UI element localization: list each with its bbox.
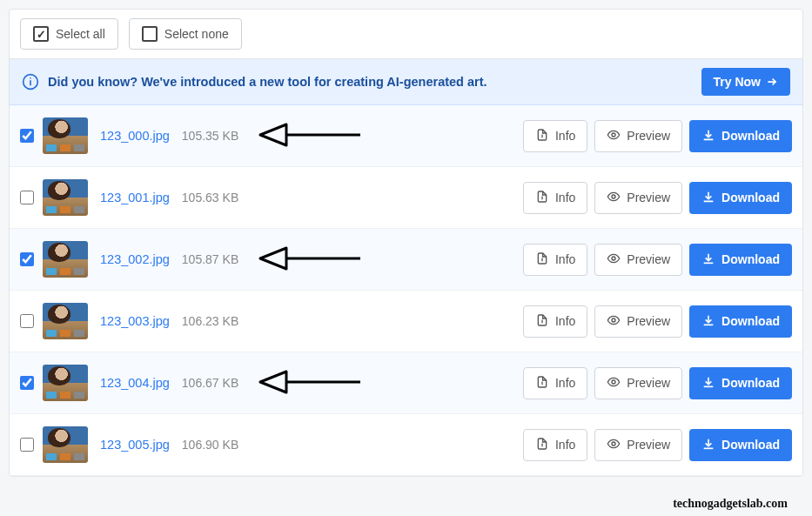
download-icon bbox=[701, 437, 715, 453]
file-info-icon bbox=[535, 437, 549, 453]
download-label: Download bbox=[721, 376, 780, 390]
annotation-arrow-icon bbox=[256, 245, 369, 274]
info-label: Info bbox=[555, 252, 575, 266]
announcement-banner: Did you know? We've introduced a new too… bbox=[10, 59, 802, 105]
file-row: 123_001.jpg105.63 KBInfoPreviewDownload bbox=[10, 167, 802, 229]
file-thumbnail[interactable] bbox=[43, 365, 88, 401]
eye-icon bbox=[607, 251, 621, 268]
file-thumbnail[interactable] bbox=[43, 117, 88, 154]
file-thumbnail[interactable] bbox=[43, 241, 88, 278]
svg-point-13 bbox=[612, 195, 615, 198]
try-now-button[interactable]: Try Now bbox=[701, 68, 790, 96]
download-icon bbox=[701, 190, 715, 206]
info-button[interactable]: Info bbox=[523, 182, 587, 214]
info-button[interactable]: Info bbox=[523, 367, 587, 399]
download-label: Download bbox=[721, 252, 780, 266]
preview-button[interactable]: Preview bbox=[594, 305, 682, 338]
file-info-icon bbox=[535, 251, 549, 268]
preview-label: Preview bbox=[627, 438, 670, 452]
annotation-arrow-icon bbox=[256, 122, 369, 151]
info-button[interactable]: Info bbox=[523, 244, 587, 276]
select-all-button[interactable]: Select all bbox=[20, 18, 118, 50]
preview-button[interactable]: Preview bbox=[594, 367, 682, 399]
banner-text: Did you know? We've introduced a new too… bbox=[48, 75, 701, 89]
file-name-link[interactable]: 123_004.jpg bbox=[100, 376, 170, 390]
file-size: 106.90 KB bbox=[182, 438, 238, 452]
svg-point-31 bbox=[541, 380, 542, 381]
file-name-link[interactable]: 123_000.jpg bbox=[100, 129, 170, 143]
download-icon bbox=[701, 251, 715, 268]
download-button[interactable]: Download bbox=[689, 120, 792, 152]
preview-button[interactable]: Preview bbox=[594, 244, 682, 276]
arrow-right-icon bbox=[766, 76, 778, 88]
svg-point-37 bbox=[612, 442, 615, 446]
download-label: Download bbox=[721, 191, 780, 204]
eye-icon bbox=[607, 375, 621, 392]
file-name-link[interactable]: 123_005.jpg bbox=[100, 438, 170, 452]
svg-point-7 bbox=[541, 133, 542, 134]
download-label: Download bbox=[721, 438, 780, 452]
preview-label: Preview bbox=[627, 129, 670, 143]
annotation-arrow-icon bbox=[256, 369, 369, 398]
file-row: 123_003.jpg106.23 KBInfoPreviewDownload bbox=[10, 291, 802, 352]
file-name-link[interactable]: 123_003.jpg bbox=[100, 314, 170, 328]
svg-point-32 bbox=[612, 380, 615, 384]
select-none-label: Select none bbox=[164, 27, 229, 41]
file-actions: InfoPreviewDownload bbox=[523, 429, 792, 461]
svg-point-24 bbox=[541, 318, 542, 319]
file-checkbox[interactable] bbox=[20, 191, 34, 204]
download-button[interactable]: Download bbox=[689, 429, 792, 461]
select-none-button[interactable]: Select none bbox=[129, 18, 242, 50]
file-actions: InfoPreviewDownload bbox=[523, 367, 792, 399]
info-button[interactable]: Info bbox=[523, 120, 587, 152]
file-name-link[interactable]: 123_002.jpg bbox=[100, 252, 170, 266]
file-thumbnail[interactable] bbox=[43, 179, 88, 216]
info-button[interactable]: Info bbox=[523, 429, 587, 461]
download-button[interactable]: Download bbox=[689, 244, 792, 276]
download-label: Download bbox=[721, 314, 780, 328]
preview-label: Preview bbox=[627, 191, 670, 204]
svg-point-2 bbox=[30, 77, 31, 79]
file-thumbnail[interactable] bbox=[43, 303, 88, 339]
info-label: Info bbox=[555, 191, 575, 204]
info-label: Info bbox=[555, 314, 575, 328]
file-checkbox[interactable] bbox=[20, 129, 34, 143]
svg-marker-5 bbox=[260, 124, 286, 145]
file-info-icon bbox=[535, 375, 549, 392]
file-row: 123_002.jpg105.87 KBInfoPreviewDownload bbox=[10, 229, 802, 291]
svg-point-8 bbox=[612, 133, 615, 137]
svg-point-12 bbox=[541, 195, 542, 196]
svg-marker-29 bbox=[260, 372, 286, 392]
svg-marker-17 bbox=[260, 248, 286, 269]
file-size: 105.63 KB bbox=[182, 191, 238, 204]
eye-icon bbox=[607, 190, 621, 206]
download-button[interactable]: Download bbox=[689, 305, 792, 338]
file-info-icon bbox=[535, 313, 549, 330]
file-actions: InfoPreviewDownload bbox=[523, 120, 792, 152]
download-button[interactable]: Download bbox=[689, 182, 792, 214]
info-label: Info bbox=[555, 376, 575, 390]
file-checkbox[interactable] bbox=[20, 314, 34, 328]
download-icon bbox=[701, 313, 715, 330]
download-icon bbox=[701, 375, 715, 392]
info-label: Info bbox=[555, 438, 575, 452]
file-row: 123_004.jpg106.67 KBInfoPreviewDownload bbox=[10, 352, 802, 414]
select-all-label: Select all bbox=[56, 27, 105, 41]
file-checkbox[interactable] bbox=[20, 252, 34, 266]
info-button[interactable]: Info bbox=[523, 305, 587, 338]
preview-button[interactable]: Preview bbox=[594, 120, 682, 152]
file-thumbnail[interactable] bbox=[43, 426, 88, 463]
preview-button[interactable]: Preview bbox=[594, 429, 682, 461]
file-name-link[interactable]: 123_001.jpg bbox=[100, 191, 170, 204]
preview-button[interactable]: Preview bbox=[594, 182, 682, 214]
checkbox-empty-icon bbox=[142, 26, 158, 42]
file-checkbox[interactable] bbox=[20, 376, 34, 390]
file-list: 123_000.jpg105.35 KBInfoPreviewDownload1… bbox=[10, 105, 802, 476]
eye-icon bbox=[607, 313, 621, 330]
file-size: 105.87 KB bbox=[182, 252, 238, 266]
svg-point-19 bbox=[541, 257, 542, 258]
download-button[interactable]: Download bbox=[689, 367, 792, 399]
file-size: 106.67 KB bbox=[182, 376, 238, 390]
preview-label: Preview bbox=[627, 252, 670, 266]
file-checkbox[interactable] bbox=[20, 438, 34, 452]
